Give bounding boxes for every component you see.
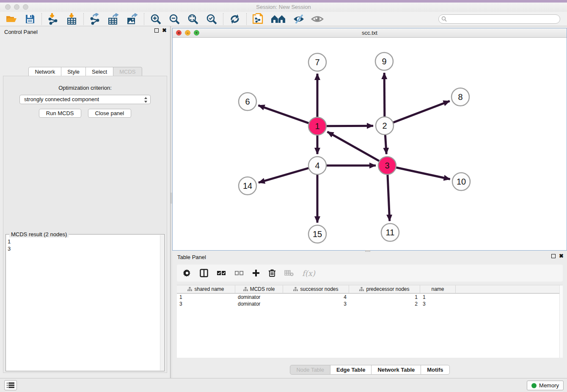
close-table-panel-icon[interactable]: ✖ (559, 254, 564, 258)
add-column-icon[interactable] (252, 269, 260, 277)
deselect-all-icon[interactable] (234, 270, 244, 276)
tab-node-table[interactable]: Node Table (290, 365, 330, 375)
graph-edge-2-8[interactable] (393, 101, 450, 123)
zoom-in-icon[interactable] (149, 13, 162, 25)
network-graph[interactable]: 7968124314101511 (173, 38, 567, 250)
import-network-icon[interactable] (47, 13, 60, 25)
graph-node-label: 9 (382, 57, 386, 66)
show-panel-icon[interactable] (311, 13, 324, 25)
table-row[interactable]: 3dominator323 (177, 301, 563, 307)
table-cell[interactable]: 3 (177, 301, 235, 307)
graph-edge-2-9[interactable] (384, 73, 385, 117)
search-box (438, 14, 560, 24)
tab-network[interactable]: Network (28, 67, 61, 77)
graph-node-label: 7 (315, 58, 319, 67)
table-cell[interactable]: 1 (177, 294, 235, 301)
task-history-button[interactable] (4, 380, 17, 390)
tab-style[interactable]: Style (61, 67, 86, 77)
graph-edge-4-14[interactable] (259, 168, 309, 183)
table-scrollbar[interactable] (559, 285, 563, 358)
criterion-dropdown[interactable]: strongly connected component (19, 95, 151, 104)
graph-edge-3-11[interactable] (388, 174, 390, 221)
control-panel-tabs: Network Style Select MCDS (0, 67, 170, 77)
table-row[interactable]: 1dominator411 (177, 294, 563, 301)
run-mcds-button[interactable]: Run MCDS (39, 109, 81, 118)
column-layout-icon[interactable] (200, 269, 208, 277)
table-column-headers: shared nameMCDS rolesuccessor nodesprede… (177, 285, 563, 294)
zoom-out-icon[interactable] (168, 13, 181, 25)
control-panel-title: Control Panel (4, 29, 38, 35)
table-cell[interactable]: dominator (235, 294, 283, 301)
function-builder-icon[interactable]: f(x) (302, 269, 315, 278)
graph-edge-2-3[interactable] (385, 135, 386, 154)
graph-node-label: 3 (385, 161, 389, 170)
hierarchy-icon (359, 287, 364, 291)
control-panel-header: Control Panel ✖ (0, 26, 170, 37)
table-panel-header: Table Panel ✖ (172, 252, 567, 262)
column-header-MCDS-role[interactable]: MCDS role (235, 285, 283, 293)
column-header-shared-name[interactable]: shared name (177, 285, 235, 293)
control-panel: Control Panel ✖ Network Style Select MCD… (0, 26, 170, 378)
import-table-icon[interactable] (66, 13, 78, 25)
search-input[interactable] (438, 14, 560, 24)
refresh-icon[interactable] (228, 13, 241, 25)
export-image-icon[interactable] (126, 13, 139, 25)
tab-network-table[interactable]: Network Table (371, 365, 421, 375)
tab-motifs[interactable]: Motifs (421, 365, 449, 375)
table-tabs: Node TableEdge TableNetwork TableMotifs (172, 365, 567, 375)
graph-edge-3-10[interactable] (396, 167, 450, 179)
table-cell[interactable]: dominator (235, 301, 283, 307)
graph-node-label: 14 (243, 181, 252, 190)
table-cell[interactable]: 4 (283, 294, 349, 301)
close-panel-button[interactable]: Close panel (88, 109, 132, 118)
table-cell[interactable]: 3 (283, 301, 349, 307)
gear-icon[interactable] (183, 269, 191, 277)
zoom-fit-icon[interactable] (187, 13, 199, 25)
mcds-result-text[interactable]: 1 3 (8, 238, 158, 369)
mcds-result-scrollbar[interactable] (160, 235, 164, 370)
column-header-predecessor-nodes[interactable]: predecessor nodes (349, 285, 420, 293)
table-cell[interactable]: 1 (420, 294, 456, 301)
graph-node-label: 15 (313, 229, 322, 239)
delete-table-icon[interactable] (284, 270, 294, 276)
graph-node-label: 10 (457, 177, 466, 186)
float-panel-icon[interactable] (154, 28, 159, 33)
mcds-tab-content: Optimization criterion: strongly connect… (3, 76, 167, 373)
table-cell[interactable]: 2 (349, 301, 420, 307)
select-all-icon[interactable] (217, 270, 226, 276)
hierarchy-icon (187, 287, 192, 291)
memory-button[interactable]: Memory (527, 381, 564, 390)
criterion-dropdown-value: strongly connected component (24, 96, 99, 102)
close-panel-icon[interactable]: ✖ (162, 28, 167, 33)
tab-edge-table[interactable]: Edge Table (330, 365, 372, 375)
table-cell[interactable]: 1 (349, 294, 420, 301)
hide-panel-icon[interactable] (292, 13, 305, 25)
network-window-titlebar[interactable]: ✕ − + scc.txt (173, 28, 567, 38)
graph-edge-1-6[interactable] (258, 105, 309, 123)
search-icon (441, 16, 447, 22)
graph-node-label: 6 (245, 97, 250, 106)
column-header-successor-nodes[interactable]: successor nodes (283, 285, 349, 293)
delete-column-icon[interactable] (268, 269, 276, 277)
dropdown-stepper-icon (144, 97, 148, 106)
home-icon[interactable] (270, 13, 286, 25)
tab-select[interactable]: Select (85, 67, 113, 77)
export-network-icon[interactable] (89, 13, 102, 25)
column-header-name[interactable]: name (420, 285, 456, 293)
tab-mcds[interactable]: MCDS (113, 67, 142, 77)
table-panel: Table Panel ✖ f(x) shared nameMCDS ro (172, 252, 567, 378)
memory-status-icon (531, 383, 537, 388)
open-session-icon[interactable] (5, 13, 18, 25)
hierarchy-icon (293, 287, 298, 291)
table-cell[interactable]: 3 (420, 301, 456, 307)
graph-edge-3-1[interactable] (328, 132, 380, 161)
save-session-icon[interactable] (24, 13, 36, 25)
float-table-panel-icon[interactable] (551, 254, 556, 258)
export-table-icon[interactable] (107, 13, 120, 25)
network-canvas[interactable]: 7968124314101511 (173, 38, 567, 250)
graph-node-label: 11 (386, 228, 395, 237)
network-window-title: scc.txt (173, 30, 567, 36)
network-overview-icon[interactable] (252, 13, 264, 25)
zoom-selected-icon[interactable] (205, 13, 218, 25)
graph-edge-1-2[interactable] (326, 126, 373, 126)
